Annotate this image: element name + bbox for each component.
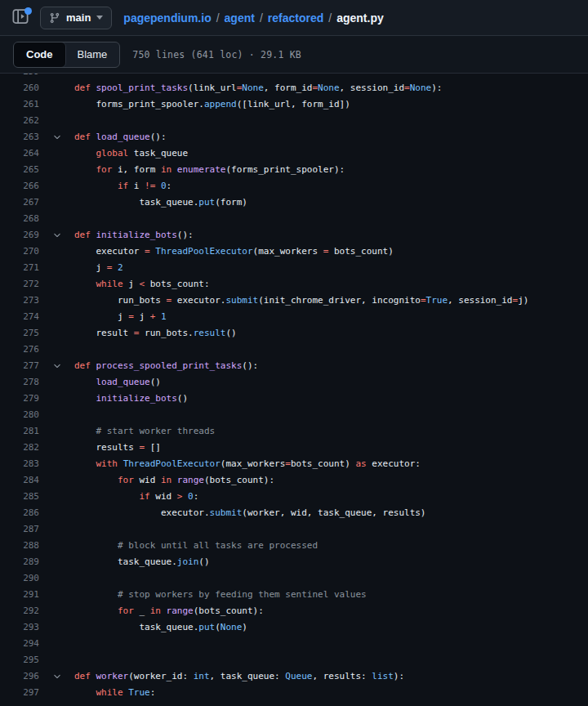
- code-text: def spool_print_tasks(link_url=None, for…: [74, 80, 442, 96]
- line-number[interactable]: 290: [0, 570, 39, 587]
- line-number[interactable]: 295: [0, 652, 39, 668]
- line-number[interactable]: 267: [0, 194, 39, 211]
- code-text: global task_queue: [74, 145, 188, 162]
- code-text: def worker(worker_id: int, task_queue: Q…: [74, 668, 404, 685]
- code-text: while True:: [74, 685, 155, 701]
- line-number[interactable]: 281: [0, 423, 39, 440]
- line-number[interactable]: 287: [0, 521, 39, 538]
- line-number[interactable]: 260: [0, 80, 39, 96]
- code-text: task_queue.put(None): [74, 619, 247, 636]
- breadcrumb-repo-link[interactable]: pagependium.io: [123, 11, 211, 25]
- line-number[interactable]: 272: [0, 276, 39, 293]
- code-text: # start worker threads: [74, 423, 215, 440]
- line-number[interactable]: 293: [0, 619, 39, 636]
- code-line: 274 j = j + 1: [0, 309, 588, 325]
- code-text: with ThreadPoolExecutor(max_workers=bots…: [74, 456, 421, 472]
- code-text: j = 2: [74, 260, 123, 276]
- line-number[interactable]: 274: [0, 309, 39, 325]
- line-number[interactable]: 275: [0, 325, 39, 342]
- code-line: 265 for i, form in enumerate(forms_print…: [0, 162, 588, 178]
- line-number[interactable]: 288: [0, 538, 39, 554]
- code-blame-segmented-control: Code Blame: [13, 42, 120, 68]
- line-number[interactable]: 279: [0, 391, 39, 407]
- line-number[interactable]: 286: [0, 505, 39, 521]
- code-text: for wid in range(bots_count):: [74, 472, 274, 489]
- line-number[interactable]: 294: [0, 636, 39, 652]
- code-text: # stop workers by feeding them sentinel …: [74, 587, 367, 603]
- code-line: 273 run_bots = executor.submit(init_chro…: [0, 293, 588, 309]
- line-number[interactable]: 261: [0, 96, 39, 113]
- code-text: # block until all tasks are processed: [74, 538, 318, 554]
- fold-chevron-icon[interactable]: [39, 132, 74, 142]
- line-number[interactable]: 268: [0, 211, 39, 227]
- line-number[interactable]: 265: [0, 162, 39, 178]
- line-number[interactable]: 289: [0, 554, 39, 570]
- line-number[interactable]: 292: [0, 603, 39, 619]
- line-number[interactable]: 266: [0, 178, 39, 194]
- breadcrumb-separator: /: [260, 11, 263, 25]
- notification-dot: [24, 7, 32, 15]
- line-number[interactable]: 276: [0, 342, 39, 358]
- code-line: 267 task_queue.put(form): [0, 194, 588, 211]
- line-number[interactable]: 285: [0, 489, 39, 505]
- breadcrumb-dir-link[interactable]: agent: [225, 11, 255, 25]
- code-text: task_queue.put(form): [74, 194, 247, 211]
- code-text: if i != 0:: [74, 178, 172, 194]
- line-number[interactable]: 262: [0, 113, 39, 129]
- fold-chevron-icon[interactable]: [39, 672, 74, 681]
- blame-tab[interactable]: Blame: [65, 42, 120, 67]
- fold-chevron-icon[interactable]: [39, 361, 74, 371]
- expand-file-tree-button[interactable]: [11, 9, 29, 27]
- breadcrumb-separator: /: [328, 11, 332, 25]
- line-number[interactable]: 296: [0, 668, 39, 685]
- code-line: 259: [0, 74, 588, 80]
- code-line: 297 while True:: [0, 685, 588, 701]
- line-number[interactable]: 297: [0, 685, 39, 701]
- branch-selector-button[interactable]: main: [40, 7, 112, 29]
- line-number[interactable]: 269: [0, 227, 39, 244]
- code-text: result = run_bots.result(): [74, 325, 237, 342]
- code-text: def load_queue():: [74, 129, 167, 145]
- line-number[interactable]: 273: [0, 293, 39, 309]
- code-line: 279 initialize_bots(): [0, 391, 588, 407]
- code-line: 280: [0, 407, 588, 423]
- line-number[interactable]: 284: [0, 472, 39, 489]
- line-number[interactable]: 271: [0, 260, 39, 276]
- line-number[interactable]: 270: [0, 244, 39, 260]
- code-line: 264 global task_queue: [0, 145, 588, 162]
- code-lines-container: 259260def spool_print_tasks(link_url=Non…: [0, 74, 588, 701]
- line-number[interactable]: 264: [0, 145, 39, 162]
- code-text: executor.submit(worker, wid, task_queue,…: [74, 505, 426, 521]
- line-number[interactable]: 282: [0, 440, 39, 456]
- line-number[interactable]: 291: [0, 587, 39, 603]
- code-tab[interactable]: Code: [13, 42, 66, 68]
- breadcrumb-dir-link[interactable]: refactored: [268, 11, 323, 25]
- fold-chevron-icon[interactable]: [39, 230, 74, 240]
- code-line: 278 load_queue(): [0, 374, 588, 391]
- code-text: if wid > 0:: [74, 489, 198, 505]
- code-text: for _ in range(bots_count):: [74, 603, 264, 619]
- code-line: 260def spool_print_tasks(link_url=None, …: [0, 80, 588, 96]
- code-text: executor = ThreadPoolExecutor(max_worker…: [74, 244, 394, 260]
- code-line: 295: [0, 652, 588, 668]
- code-line: 263def load_queue():: [0, 129, 588, 145]
- code-line: 282 results = []: [0, 440, 588, 456]
- code-text: def process_spooled_print_tasks():: [74, 358, 258, 374]
- line-number[interactable]: 278: [0, 374, 39, 391]
- code-line: 272 while j < bots_count:: [0, 276, 588, 293]
- breadcrumb-separator: /: [216, 11, 220, 25]
- line-number[interactable]: 263: [0, 129, 39, 145]
- file-info: 750 lines (641 loc) · 29.1 KB: [132, 49, 301, 60]
- code-text: forms_print_spooler.append([link_url, fo…: [74, 96, 350, 113]
- code-line: 284 for wid in range(bots_count):: [0, 472, 588, 489]
- line-number[interactable]: 277: [0, 358, 39, 374]
- code-text: task_queue.join(): [74, 554, 210, 570]
- breadcrumb: pagependium.io / agent / refactored / ag…: [123, 11, 383, 25]
- line-number[interactable]: 280: [0, 407, 39, 423]
- line-number[interactable]: 283: [0, 456, 39, 472]
- code-line: 275 result = run_bots.result(): [0, 325, 588, 342]
- code-text: j = j + 1: [74, 309, 167, 325]
- line-number[interactable]: 259: [0, 74, 39, 80]
- code-line: 289 task_queue.join(): [0, 554, 588, 570]
- file-toolbar: Code Blame 750 lines (641 loc) · 29.1 KB: [0, 36, 588, 74]
